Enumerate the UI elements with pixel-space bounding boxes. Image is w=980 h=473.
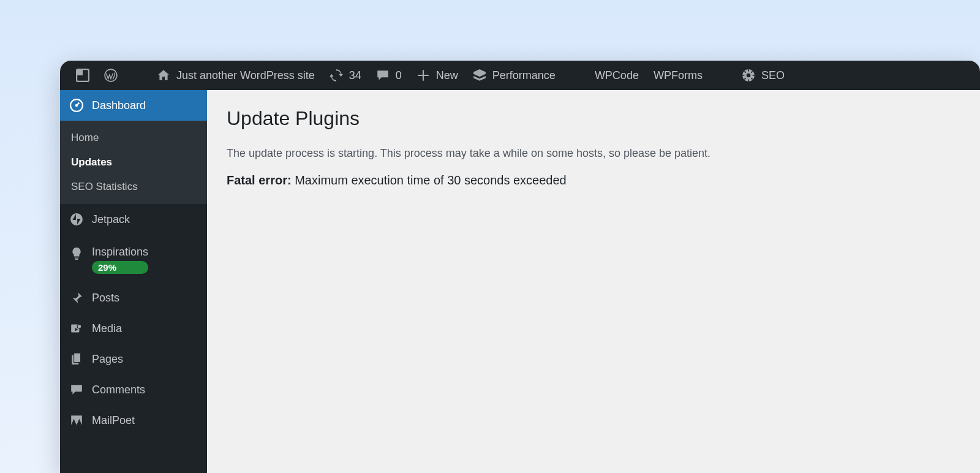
toolbar-new[interactable]: New (409, 61, 466, 90)
sidebar-item-label: Dashboard (92, 99, 146, 112)
submenu-updates[interactable]: Updates (60, 150, 207, 175)
submenu-seo-statistics[interactable]: SEO Statistics (60, 175, 207, 199)
update-starting-text: The update process is starting. This pro… (227, 147, 960, 160)
svg-rect-11 (74, 353, 81, 362)
comments-icon (70, 383, 83, 396)
sidebar-item-dashboard[interactable]: Dashboard (60, 90, 207, 121)
wpcode-label: WPCode (595, 69, 639, 82)
sidebar-item-jetpack[interactable]: Jetpack (60, 204, 207, 235)
wpforms-label: WPForms (654, 69, 703, 82)
page-title: Update Plugins (227, 107, 960, 130)
sidebar-item-posts[interactable]: Posts (60, 282, 207, 313)
fatal-error-label: Fatal error: (227, 173, 292, 187)
sidebar-item-label: Posts (92, 292, 119, 305)
sidebar-item-label: Media (92, 322, 122, 335)
new-label: New (436, 69, 458, 82)
dashboard-submenu: Home Updates SEO Statistics (60, 121, 207, 204)
wordpress-logo-icon (104, 69, 118, 82)
comment-icon (376, 69, 390, 82)
performance-label: Performance (492, 69, 556, 82)
sidebar-item-pages[interactable]: Pages (60, 344, 207, 374)
pages-icon (70, 352, 83, 366)
sidebar-item-inspirations[interactable]: Inspirations 29% (60, 235, 207, 282)
seo-gear-icon (742, 69, 755, 82)
sidebar-item-label: MailPoet (92, 414, 135, 427)
toolbar-wpforms[interactable]: WPForms (646, 61, 710, 90)
comments-count: 0 (396, 69, 402, 82)
lightbulb-icon (70, 247, 83, 260)
inspirations-badge: 29% (92, 261, 148, 274)
admin-sidebar: Dashboard Home Updates SEO Statistics Je… (60, 90, 207, 473)
plus-icon (417, 69, 430, 82)
toolbar-performance[interactable]: Performance (466, 61, 563, 90)
dashboard-icon (70, 99, 83, 112)
performance-icon (473, 69, 486, 82)
svg-point-6 (75, 104, 78, 107)
submenu-home[interactable]: Home (60, 126, 207, 150)
site-name-label: Just another WordPress site (176, 69, 315, 82)
toolbar-comments[interactable]: 0 (369, 61, 409, 90)
sidebar-item-label: Comments (92, 384, 145, 396)
main-content: Update Plugins The update process is sta… (207, 90, 980, 473)
sidebar-item-label: Jetpack (92, 213, 130, 226)
update-icon (330, 69, 343, 82)
jetpack-icon (70, 213, 83, 226)
sidebar-item-mailpoet[interactable]: MailPoet (60, 405, 207, 436)
seo-label: SEO (761, 69, 785, 82)
sidebar-item-label: Inspirations (92, 246, 148, 259)
fatal-error-message: Maximum execution time of 30 seconds exc… (292, 173, 567, 187)
fatal-error-line: Fatal error: Maximum execution time of 3… (227, 173, 960, 187)
svg-rect-1 (77, 69, 83, 75)
updates-count: 34 (349, 69, 361, 82)
toolbar-menu-toggle[interactable] (69, 61, 97, 90)
sidebar-item-media[interactable]: Media (60, 313, 207, 344)
admin-toolbar: Just another WordPress site 34 0 New Per… (60, 61, 980, 90)
toolbar-wp-logo[interactable] (97, 61, 125, 90)
svg-point-9 (77, 324, 81, 328)
pin-icon (70, 291, 83, 305)
mailpoet-icon (70, 414, 83, 427)
media-icon (70, 322, 83, 335)
toolbar-seo[interactable]: SEO (734, 61, 792, 90)
toolbar-updates[interactable]: 34 (322, 61, 369, 90)
svg-point-4 (747, 74, 751, 78)
home-icon (157, 69, 170, 82)
sidebar-item-comments[interactable]: Comments (60, 374, 207, 405)
sidebar-item-label: Pages (92, 353, 123, 366)
admin-window: Just another WordPress site 34 0 New Per… (60, 61, 980, 473)
menu-toggle-icon (76, 69, 89, 82)
svg-point-7 (70, 213, 83, 225)
toolbar-site-name[interactable]: Just another WordPress site (149, 61, 322, 90)
toolbar-wpcode[interactable]: WPCode (587, 61, 646, 90)
inspirations-label-wrap: Inspirations 29% (92, 246, 148, 274)
